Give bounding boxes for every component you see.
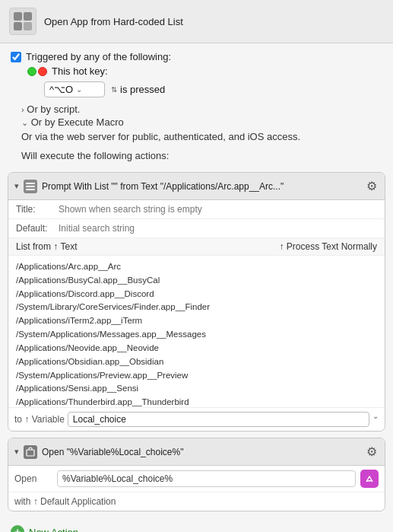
action2-open-icon-button[interactable] [360, 470, 379, 488]
action1-list-content: /Applications/Arc.app__Arc /Applications… [8, 256, 385, 408]
action1-header-left: ▾ Prompt With List "" from Text "/Applic… [14, 180, 284, 193]
variable-value: Local_choice [73, 414, 126, 425]
svg-rect-1 [24, 12, 32, 21]
action1-card: ▾ Prompt With List "" from Text "/Applic… [8, 172, 385, 432]
or-execute-label: Or by Execute Macro [31, 116, 124, 128]
list-item: /Applications/Discord.app__Discord [16, 288, 377, 301]
svg-rect-6 [26, 189, 35, 190]
via-web-row: Or via the web server for public, authen… [21, 131, 382, 142]
action2-title: Open "%Variable%Local_choice%" [42, 447, 183, 457]
hotkey-select-arrow: ⌄ [76, 85, 82, 94]
new-action-label: New Action [29, 527, 78, 533]
action1-default-input[interactable] [59, 223, 377, 234]
list-item: /Applications/Arc.app__Arc [16, 260, 377, 274]
variable-select-wrap: Local_choice ⌄ [68, 412, 379, 427]
triggers-section: Triggered by any of the following: This … [0, 43, 393, 169]
action2-card: ▾ Open "%Variable%Local_choice%" ⚙ Open [8, 438, 385, 511]
list-item: /Applications/Sensi.app__Sensi [16, 382, 377, 396]
is-pressed-arrow: ⇅ [111, 85, 117, 94]
action1-to-variable-row: to ↑ Variable Local_choice ⌄ [8, 408, 385, 431]
action2-header-left: ▾ Open "%Variable%Local_choice%" [14, 445, 183, 459]
action1-list-from-left[interactable]: List from ↑ Text [16, 241, 77, 252]
triggered-by-row: Triggered by any of the following: [11, 51, 382, 62]
variable-arrow: ⌄ [372, 412, 379, 427]
action1-title-label: Title: [16, 204, 54, 215]
to-variable-label: to ↑ Variable [14, 414, 65, 425]
svg-rect-8 [367, 480, 372, 482]
action1-gear-button[interactable]: ⚙ [365, 177, 379, 195]
action1-header: ▾ Prompt With List "" from Text "/Applic… [8, 173, 385, 200]
action2-icon [24, 445, 37, 459]
is-pressed-label: is pressed [120, 84, 165, 95]
action1-expand-arrow[interactable]: ▾ [14, 181, 19, 191]
list-item: /Applications/Neovide.app__Neovide [16, 342, 377, 355]
or-by-execute-row[interactable]: ⌄ Or by Execute Macro [21, 116, 382, 128]
list-item: /System/Applications/Messages.app__Messa… [16, 328, 377, 342]
triggered-checkbox[interactable] [11, 52, 21, 62]
action1-list-from-row: List from ↑ Text ↑ Process Text Normally [8, 238, 385, 256]
svg-rect-4 [26, 183, 35, 184]
svg-rect-2 [14, 22, 22, 30]
hotkey-value: ^⌥O [49, 84, 73, 95]
new-action-row[interactable]: + New Action [0, 518, 393, 532]
action1-default-field-row: Default: [8, 219, 385, 238]
will-execute-label: Will execute the following actions: [11, 147, 382, 166]
triggered-label: Triggered by any of the following: [26, 51, 171, 62]
action1-default-label: Default: [16, 223, 54, 234]
action2-open-label: Open [14, 473, 52, 484]
action2-header: ▾ Open "%Variable%Local_choice%" ⚙ [8, 438, 385, 466]
title-bar: Open App from Hard-coded List [0, 0, 393, 43]
action2-expand-arrow[interactable]: ▾ [14, 447, 19, 457]
action2-open-field-row: Open [8, 466, 385, 492]
hotkey-row: This hot key: [27, 65, 382, 77]
execute-expand-arrow: ⌄ [21, 118, 28, 127]
window-title: Open App from Hard-coded List [44, 16, 183, 27]
action2-gear-button[interactable]: ⚙ [365, 443, 379, 460]
svg-rect-5 [26, 186, 35, 187]
action1-list-from-right[interactable]: ↑ Process Text Normally [280, 241, 377, 252]
is-pressed-container: ⇅ is pressed [111, 84, 165, 95]
process-text-label: ↑ Process Text Normally [280, 241, 377, 252]
or-rows: › Or by script. ⌄ Or by Execute Macro [21, 104, 382, 128]
list-item: /Applications/BusyCal.app__BusyCal [16, 274, 377, 288]
hotkey-label: This hot key: [52, 65, 108, 77]
svg-rect-0 [14, 12, 22, 21]
svg-rect-3 [24, 22, 32, 30]
action2-with-row: with ↑ Default Application [8, 492, 385, 511]
svg-rect-7 [27, 450, 34, 456]
list-item: /Applications/Thunderbird.app__Thunderbi… [16, 396, 377, 408]
action1-title-input[interactable] [59, 204, 377, 215]
action1-title-field-row: Title: [8, 200, 385, 219]
list-item: /Applications/iTerm2.app__iTerm [16, 314, 377, 328]
hotkey-status-dots [27, 67, 47, 76]
or-script-label: Or by script. [27, 104, 80, 115]
variable-select[interactable]: Local_choice [68, 412, 369, 427]
action2-with-label: with ↑ Default Application [14, 496, 116, 507]
list-item: /System/Applications/Preview.app__Previe… [16, 369, 377, 383]
main-window: Open App from Hard-coded List Triggered … [0, 0, 393, 532]
app-icon [9, 8, 36, 35]
hotkey-select[interactable]: ^⌥O ⌄ [44, 81, 105, 97]
list-item: /System/Library/CoreServices/Finder.app_… [16, 301, 377, 314]
action1-title: Prompt With List "" from Text "/Applicat… [42, 181, 284, 192]
action1-icon [24, 180, 37, 193]
new-action-plus-icon: + [11, 525, 24, 532]
green-dot [27, 67, 36, 76]
or-by-script-row[interactable]: › Or by script. [21, 104, 382, 115]
script-expand-arrow: › [21, 105, 24, 114]
list-from-label: List from ↑ Text [16, 241, 77, 252]
action2-open-input[interactable] [57, 470, 356, 487]
list-item: /Applications/Obsidian.app__Obsidian [16, 355, 377, 369]
red-dot [38, 67, 47, 76]
